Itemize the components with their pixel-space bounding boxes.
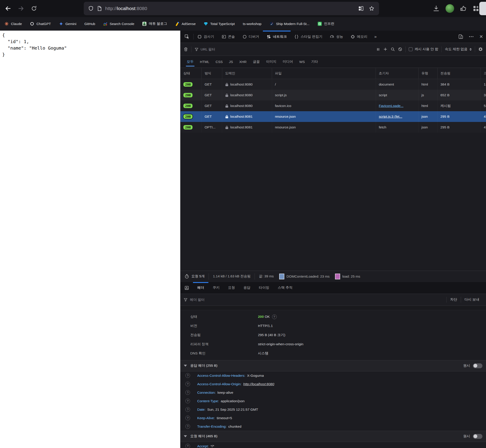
help-icon[interactable]: ? [185,373,190,378]
url-filter[interactable] [195,47,373,51]
page-info-icon[interactable] [97,6,102,11]
url-bar[interactable]: http://localhost:8080 [84,2,379,15]
detail-tab-요청[interactable]: 요청 [224,282,239,294]
column-header[interactable]: 파일 [272,68,376,79]
request-row[interactable]: 200OPTI...localhost:8081resource.jsonfet… [181,122,486,133]
split-view-icon[interactable] [358,6,364,11]
downloads-icon[interactable] [433,5,439,12]
devtools-menu-icon[interactable] [469,34,474,39]
bookmark-item[interactable]: AdSense [175,22,196,26]
column-header[interactable]: 전송됨 [438,68,481,79]
profile-avatar[interactable] [445,4,454,13]
type-filter-WS[interactable]: WS [296,56,308,68]
bookmark-item[interactable]: GitHub [84,22,95,26]
detail-tab-헤더[interactable]: 헤더 [193,282,208,294]
type-filter-JS[interactable]: JS [226,56,236,68]
detail-tab-타이밍[interactable]: 타이밍 [255,282,274,294]
network-settings-icon[interactable] [478,47,483,52]
clear-requests-icon[interactable] [183,47,188,52]
help-icon[interactable]: ? [185,390,190,395]
bookmark-item[interactable]: 인프런 [318,21,335,26]
details-pane-button[interactable] [181,282,193,294]
disable-cache-option[interactable]: 캐시 사용 안 함 [409,47,438,52]
request-row[interactable]: 200GETlocalhost:8080script.jsscriptjs652… [181,90,486,101]
bookmark-item[interactable]: Total TypeScript [204,22,235,26]
devtools-tab-debugger[interactable]: 디버거 [239,31,263,43]
help-icon[interactable]: ? [185,399,190,403]
block-icon[interactable] [398,47,402,51]
help-icon[interactable]: ? [185,424,190,429]
extension-icon[interactable] [460,5,467,12]
bookmark-star-icon[interactable] [369,6,374,11]
request-row[interactable]: 200GETlocalhost:8081resource.jsonscript.… [181,111,486,122]
apps-grid-icon[interactable] [473,5,479,12]
type-filter-이미지[interactable]: 이미지 [263,56,280,68]
type-filter-글꼴[interactable]: 글꼴 [250,56,263,68]
column-header[interactable]: 유형 [419,68,438,79]
devtools-tab-network[interactable]: 네트워크 [263,31,291,43]
response-headers-section[interactable]: 응답 헤더 (255 B) 원시 [181,360,486,371]
column-header[interactable]: 도메인 [222,68,272,79]
pick-element-button[interactable] [181,31,193,43]
type-filter-HTML[interactable]: HTML [197,56,212,68]
close-devtools-icon[interactable]: ✕ [479,34,486,39]
bookmark-item[interactable]: Ship Modern Full-St... [270,22,310,26]
disable-cache-label: 캐시 사용 안 함 [414,47,438,52]
stopwatch-icon[interactable] [184,274,189,279]
bookmark-item[interactable]: Gemini [59,22,76,26]
help-icon[interactable]: ? [272,314,277,319]
forward-button[interactable] [16,4,26,13]
type-filter-XHR[interactable]: XHR [236,56,250,68]
detail-tab-쿠키[interactable]: 쿠키 [208,282,224,294]
more-tabs-button[interactable]: » [371,31,380,43]
bookmark-item[interactable]: Claude [4,22,22,26]
search-icon[interactable] [391,47,395,51]
bookmark-item[interactable]: 매튜 블로그 [142,21,167,26]
throttling-select[interactable]: 속도 제한 없음 [445,47,472,52]
request-row[interactable]: 200GETlocalhost:8080favicon.icoFaviconLo… [181,101,486,111]
devtools-tab-inspector[interactable]: 검사기 [194,31,218,43]
new-request-icon[interactable] [383,47,388,51]
type-filter-기타[interactable]: 기타 [308,56,321,68]
devtools-tab-performance[interactable]: 성능 [326,31,347,43]
shield-icon[interactable] [88,6,94,11]
header-filter-input[interactable] [190,298,444,302]
back-button[interactable] [3,4,13,13]
reload-button[interactable] [29,4,39,13]
block-request-button[interactable]: 차단 [447,297,461,302]
help-icon[interactable]: ? [185,407,190,412]
bookmark-label: Claude [11,22,22,26]
help-icon[interactable]: ? [185,444,190,448]
devtools-tab-memory[interactable]: 메모리 [347,31,371,43]
column-header[interactable]: 크 [481,68,486,79]
help-icon[interactable]: ? [185,416,190,420]
responsive-mode-icon[interactable] [458,34,463,39]
column-header[interactable]: 초기자 [376,68,419,79]
url-filter-input[interactable] [200,47,373,51]
pause-icon[interactable] [376,47,380,51]
column-header[interactable]: 방식 [202,68,222,79]
request-headers-section[interactable]: 요청 헤더 (465 B) 원시 [181,431,486,442]
disable-cache-checkbox[interactable] [409,47,413,51]
column-header[interactable]: 상태 [181,68,202,79]
header-value-link[interactable]: http://localhost:8080 [243,382,274,386]
request-row[interactable]: 200GETlocalhost:8080/documenthtml384 B1. [181,79,486,90]
resend-request-button[interactable]: 다시 보내 [461,297,483,302]
bookmark-item[interactable]: ChatGPT [30,22,51,26]
type-filter-CSS[interactable]: CSS [212,56,226,68]
detail-tab-스택 추적[interactable]: 스택 추적 [274,282,297,294]
bookmark-item[interactable]: ts-workshop [243,22,262,26]
initiator-link[interactable]: FaviconLoade... [379,104,403,108]
help-icon[interactable]: ? [185,382,190,386]
header-name: Content-Type: [197,399,219,403]
devtools-tab-style-editor[interactable]: 스타일 편집기 [291,31,326,43]
initiator-link[interactable]: script.js:3 (fet... [379,115,402,119]
raw-toggle[interactable] [473,363,482,368]
type-filter-모두[interactable]: 모두 [183,56,197,68]
type-filter-미디어[interactable]: 미디어 [279,56,296,68]
detail-tab-응답[interactable]: 응답 [239,282,255,294]
chatgpt-icon [30,22,34,26]
bookmark-item[interactable]: Search Console [103,22,134,26]
raw-toggle[interactable] [473,434,482,439]
devtools-tab-console[interactable]: 콘솔 [218,31,239,43]
